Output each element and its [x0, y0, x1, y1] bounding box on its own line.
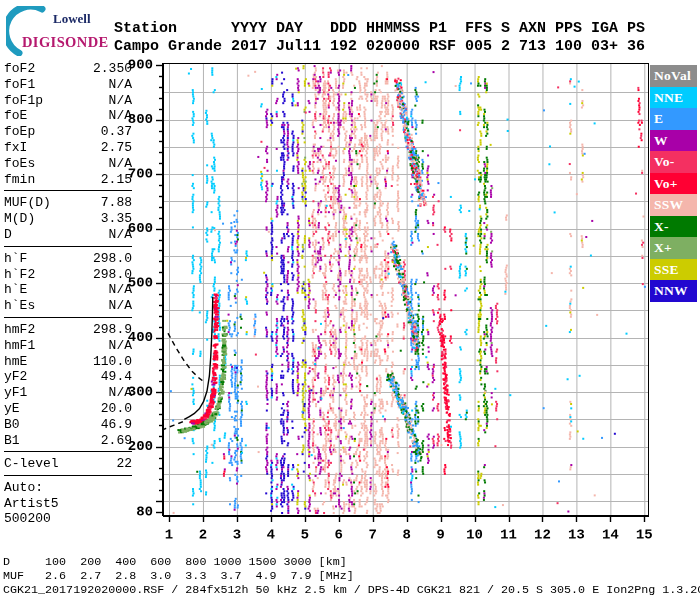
parameter-value: 2.69 — [101, 433, 132, 449]
parameter-row: foF22.350 — [4, 61, 132, 77]
legend-item-x: X+ — [650, 237, 697, 259]
parameter-value: 7.88 — [101, 195, 132, 211]
header-row-labels: Station YYYY DAY DDD HHMMSS P1 FFS S AXN… — [114, 20, 645, 37]
parameter-value: N/A — [109, 385, 132, 401]
legend-item-nnw: NNW — [650, 280, 697, 302]
parameter-label: D — [4, 227, 12, 243]
parameter-group: hmF2298.9hmF1N/AhmE110.0yF249.4yF1N/AyE2… — [4, 322, 132, 452]
parameter-value: N/A — [109, 108, 132, 124]
parameter-row: h`F298.0 — [4, 251, 132, 267]
legend-item-vo: Vo- — [650, 151, 697, 173]
parameter-row: yF1N/A — [4, 385, 132, 401]
parameter-value: N/A — [109, 93, 132, 109]
parameter-value: N/A — [109, 77, 132, 93]
legend-item-nne: NNE — [650, 87, 697, 109]
parameter-value: 0.37 — [101, 124, 132, 140]
file-info-line: CGK21_2017192020000.RSF / 284fx512h 50 k… — [3, 583, 700, 597]
distance-row: D 100 200 400 600 800 1000 1500 3000 [km… — [3, 555, 347, 569]
parameter-value: 298.0 — [93, 251, 132, 267]
parameter-row: h`F2298.0 — [4, 267, 132, 283]
parameter-group: foF22.350foF1N/AfoF1pN/AfoEN/AfoEp0.37fx… — [4, 61, 132, 191]
parameter-group: MUF(D)7.88M(D)3.35DN/A — [4, 195, 132, 246]
parameter-value: N/A — [109, 282, 132, 298]
scaled-parameters-panel: foF22.350foF1N/AfoF1pN/AfoEN/AfoEp0.37fx… — [4, 61, 132, 526]
legend-item-vo: Vo+ — [650, 173, 697, 195]
legend-item-ssw: SSW — [650, 194, 697, 216]
parameter-value: 20.0 — [101, 401, 132, 417]
parameter-row: M(D)3.35 — [4, 211, 132, 227]
legend-item-e: E — [650, 108, 697, 130]
footer-block: D 100 200 400 600 800 1000 1500 3000 [km… — [3, 555, 700, 598]
parameter-row: fmin2.15 — [4, 172, 132, 188]
parameter-value: 110.0 — [93, 354, 132, 370]
parameter-value: 49.4 — [101, 369, 132, 385]
legend-item-noval: NoVal — [650, 65, 697, 87]
parameter-value: 298.0 — [93, 267, 132, 283]
parameter-label: hmE — [4, 354, 27, 370]
parameter-row: yE20.0 — [4, 401, 132, 417]
parameter-row: hmE110.0 — [4, 354, 132, 370]
autoscaling-line: Artist5 — [4, 496, 132, 511]
parameter-label: fxI — [4, 140, 27, 156]
parameter-row: C-level22 — [4, 456, 132, 472]
parameter-label: h`F — [4, 251, 27, 267]
parameter-label: B0 — [4, 417, 20, 433]
parameter-value: 22 — [116, 456, 132, 472]
parameter-label: C-level — [4, 456, 59, 472]
echo-classification-legend: NoValNNEEWVo-Vo+SSWX-X+SSENNW — [650, 65, 697, 302]
parameter-value: 3.35 — [101, 211, 132, 227]
legend-item-w: W — [650, 130, 697, 152]
parameter-group: C-level22 — [4, 456, 132, 476]
parameter-value: 2.15 — [101, 172, 132, 188]
muf-row: MUF 2.6 2.7 2.8 3.0 3.3 3.7 4.9 7.9 [MHz… — [3, 569, 354, 583]
parameter-label: h`Es — [4, 298, 35, 314]
parameter-row: yF249.4 — [4, 369, 132, 385]
parameter-label: MUF(D) — [4, 195, 51, 211]
parameter-label: h`E — [4, 282, 27, 298]
parameter-label: h`F2 — [4, 267, 35, 283]
parameter-row: fxI2.75 — [4, 140, 132, 156]
parameter-label: fmin — [4, 172, 35, 188]
parameter-row: foF1pN/A — [4, 93, 132, 109]
parameter-row: foEN/A — [4, 108, 132, 124]
parameter-row: foEp0.37 — [4, 124, 132, 140]
parameter-value: N/A — [109, 156, 132, 172]
ionogram-screen: { "header": { "logo": { "line1": "Lowell… — [0, 0, 700, 600]
parameter-label: foEp — [4, 124, 35, 140]
parameter-row: B046.9 — [4, 417, 132, 433]
parameter-label: foEs — [4, 156, 35, 172]
parameter-label: hmF2 — [4, 322, 35, 338]
parameter-row: h`EsN/A — [4, 298, 132, 314]
parameter-label: hmF1 — [4, 338, 35, 354]
parameter-label: foF1p — [4, 93, 43, 109]
header-row-values: Campo Grande 2017 Jul11 192 020000 RSF 0… — [114, 38, 645, 55]
parameter-value: 298.9 — [93, 322, 132, 338]
parameter-label: M(D) — [4, 211, 35, 227]
parameter-value: 2.75 — [101, 140, 132, 156]
logo-lowell-text: Lowell — [53, 11, 91, 26]
header-block: Station YYYY DAY DDD HHMMSS P1 FFS S AXN… — [114, 20, 645, 56]
parameter-row: DN/A — [4, 227, 132, 243]
parameter-value: 2.350 — [93, 61, 132, 77]
parameter-label: foF2 — [4, 61, 35, 77]
parameter-row: foEsN/A — [4, 156, 132, 172]
parameter-row: MUF(D)7.88 — [4, 195, 132, 211]
parameter-row: h`EN/A — [4, 282, 132, 298]
parameter-value: N/A — [109, 298, 132, 314]
legend-item-x: X- — [650, 216, 697, 238]
logo-digisonde-text: DIGISONDE — [22, 34, 109, 50]
parameter-value: 46.9 — [101, 417, 132, 433]
parameter-label: yE — [4, 401, 20, 417]
parameter-label: yF2 — [4, 369, 27, 385]
parameter-row: foF1N/A — [4, 77, 132, 93]
parameter-label: foE — [4, 108, 27, 124]
parameter-row: hmF2298.9 — [4, 322, 132, 338]
legend-item-sse: SSE — [650, 259, 697, 281]
parameter-value: N/A — [109, 338, 132, 354]
parameter-value: N/A — [109, 227, 132, 243]
parameter-label: B1 — [4, 433, 20, 449]
parameter-row: hmF1N/A — [4, 338, 132, 354]
autoscaling-line: Auto: — [4, 480, 132, 495]
autoscaling-info: Auto:Artist5500200 — [4, 480, 132, 526]
autoscaling-line: 500200 — [4, 511, 132, 526]
